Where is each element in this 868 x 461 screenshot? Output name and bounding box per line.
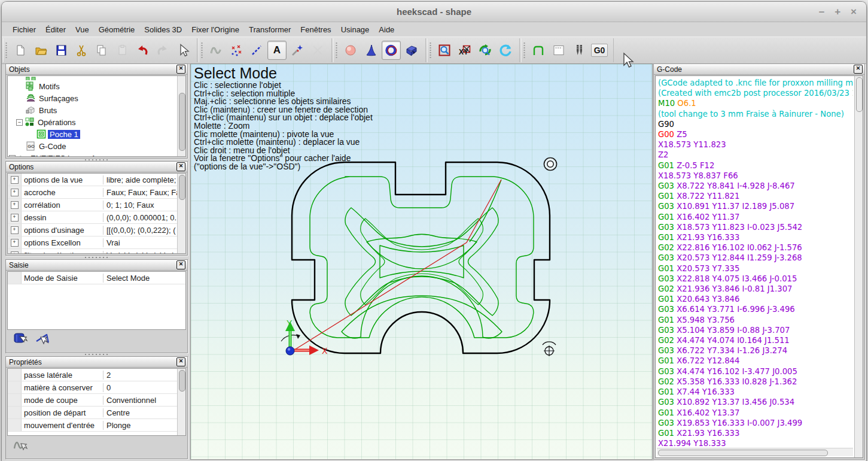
toolbar-grip[interactable] bbox=[5, 41, 8, 59]
sketch-points-icon[interactable] bbox=[227, 41, 246, 60]
expand-icon[interactable]: + bbox=[11, 251, 19, 254]
objects-close-icon[interactable]: ✕ bbox=[176, 65, 185, 74]
gcode-listing[interactable]: (GCode adapted to .knc file for proxxon … bbox=[658, 78, 853, 448]
title-bar[interactable]: heekscad - shape – + × bbox=[2, 2, 866, 22]
property-row-options-d-usinage[interactable]: +options d'usinage[[(0,0,0); (0,0,222); … bbox=[8, 224, 185, 236]
property-row-mode-de-saisie[interactable]: Mode de SaisieSelect Mode bbox=[8, 272, 185, 284]
options-close-icon[interactable]: ✕ bbox=[176, 162, 185, 171]
property-value[interactable]: libre; aide complète; bbox=[103, 175, 185, 184]
property-row-mode-de-coupe[interactable]: mode de coupeConventionnel bbox=[8, 394, 185, 407]
property-value[interactable]: Faux; Faux; Faux; Faux bbox=[103, 188, 185, 197]
tree-expander-icon[interactable]: + bbox=[9, 155, 16, 157]
cut-icon[interactable] bbox=[72, 41, 91, 60]
input-close-icon[interactable]: ✕ bbox=[176, 260, 185, 269]
expand-icon[interactable]: + bbox=[11, 189, 19, 196]
select-arrow-icon[interactable] bbox=[173, 41, 193, 60]
zoom-extents-icon[interactable] bbox=[476, 41, 495, 60]
menu-usinage[interactable]: Usinage bbox=[336, 23, 374, 36]
property-value[interactable]: [[(0,0,0); (0,0,222); ( bbox=[103, 226, 185, 235]
tree-item-motifs[interactable]: Motifs bbox=[8, 80, 185, 92]
tree-item-entities-layer-1[interactable]: +ENTITIES Layer_1 bbox=[8, 152, 185, 157]
cone-icon[interactable] bbox=[361, 41, 380, 60]
toolbar-grip[interactable] bbox=[523, 41, 526, 59]
magic-wand-icon[interactable] bbox=[288, 41, 307, 60]
tree-item-bruts[interactable]: Bruts bbox=[8, 104, 185, 116]
drilling-operation-icon[interactable] bbox=[569, 41, 589, 60]
property-value[interactable]: Select Mode bbox=[103, 274, 185, 283]
sketch-pick-icon[interactable] bbox=[12, 438, 30, 456]
menu-aide[interactable]: Aide bbox=[374, 23, 399, 36]
menu--diter[interactable]: Éditer bbox=[41, 23, 71, 36]
properties-scrollbar[interactable] bbox=[177, 369, 185, 435]
draw-line-icon[interactable] bbox=[247, 41, 266, 60]
sketch-spline-icon[interactable] bbox=[206, 41, 226, 60]
extrude-icon[interactable] bbox=[402, 41, 421, 60]
property-row-mouvement-d-entr-e[interactable]: mouvement d'entréePlonge bbox=[8, 419, 185, 432]
gcode-hscrollbar[interactable] bbox=[657, 448, 853, 456]
properties-close-icon[interactable]: ✕ bbox=[176, 357, 185, 366]
xy-plane-icon[interactable]: XY bbox=[455, 41, 474, 60]
property-row-passe-lat-rale[interactable]: passe latérale2 bbox=[8, 369, 185, 381]
property-value[interactable]: Vrai; Vrai; Vrai; Vrai; V bbox=[103, 251, 185, 254]
expand-icon[interactable]: + bbox=[11, 226, 19, 234]
copy-icon[interactable] bbox=[92, 41, 111, 60]
property-value[interactable]: Vrai bbox=[103, 238, 185, 247]
new-file-icon[interactable] bbox=[11, 41, 30, 60]
save-file-icon[interactable] bbox=[51, 41, 71, 60]
property-row-filtre-de-s-lection[interactable]: +filtre de sélectionVrai; Vrai; Vrai; Vr… bbox=[8, 249, 185, 254]
rapid-g0-icon[interactable]: G0 bbox=[590, 41, 609, 60]
zoom-window-icon[interactable] bbox=[435, 41, 454, 60]
pick-position-icon[interactable] bbox=[35, 332, 51, 350]
toolbar-grip[interactable] bbox=[335, 41, 338, 59]
menu-vue[interactable]: Vue bbox=[71, 23, 94, 36]
property-row-dessin[interactable]: +dessin(0,0,0); 0.000001; 0. bbox=[8, 211, 185, 224]
options-scrollbar[interactable] bbox=[177, 174, 185, 253]
property-value[interactable]: 2 bbox=[103, 371, 185, 380]
close-button[interactable]: × bbox=[851, 7, 857, 17]
torus-icon[interactable] bbox=[382, 41, 401, 60]
expand-icon[interactable]: + bbox=[11, 239, 19, 247]
menu-fen-tres[interactable]: Fenêtres bbox=[296, 23, 336, 36]
menu-fixer-l-origine[interactable]: Fixer l'Origine bbox=[187, 23, 244, 36]
property-value[interactable]: 0 bbox=[103, 383, 185, 392]
property-row-corr-lation[interactable]: +corrélation0; 1; 10; Faux bbox=[8, 199, 185, 211]
gcode-vscrollbar[interactable] bbox=[854, 76, 863, 457]
property-value[interactable]: 0; 1; 10; Faux bbox=[103, 201, 185, 210]
property-value[interactable]: Centre bbox=[103, 408, 185, 417]
menu-transformer[interactable]: Transformer bbox=[244, 23, 296, 36]
undo-icon[interactable] bbox=[133, 41, 152, 60]
property-row-accroche[interactable]: +accrocheFaux; Faux; Faux; Faux bbox=[8, 186, 185, 199]
pocket-operation-icon[interactable] bbox=[549, 41, 568, 60]
gcode-close-icon[interactable]: ✕ bbox=[854, 65, 863, 74]
property-row-options-excellon[interactable]: +options ExcellonVrai bbox=[8, 236, 185, 249]
rotate-view-icon[interactable] bbox=[496, 41, 515, 60]
property-value[interactable]: Conventionnel bbox=[103, 396, 185, 405]
expand-icon[interactable]: + bbox=[11, 214, 19, 222]
minimize-button[interactable]: – bbox=[819, 7, 824, 17]
property-row-options-de-la-vue[interactable]: +options de la vuelibre; aide complète; bbox=[8, 174, 185, 186]
expand-icon[interactable]: + bbox=[11, 201, 19, 209]
tree-item-poche-1[interactable]: Poche 1 bbox=[8, 128, 185, 140]
tree-item-surfa-ages[interactable]: Surfaçages bbox=[8, 92, 185, 104]
expand-icon[interactable]: + bbox=[11, 176, 19, 184]
tree-expander-icon[interactable]: − bbox=[16, 119, 23, 126]
property-row-mati-re-conserver[interactable]: matière à conserver0 bbox=[8, 381, 185, 394]
tree-item-g-code[interactable]: GOG-Code bbox=[8, 140, 185, 152]
objects-scrollbar[interactable] bbox=[177, 76, 185, 156]
cad-canvas[interactable]: X Y Select Mode Clic : selectionne l'obj… bbox=[190, 63, 653, 460]
profile-operation-icon[interactable] bbox=[529, 41, 548, 60]
toolbar-grip[interactable] bbox=[200, 41, 203, 59]
sphere-icon[interactable] bbox=[341, 41, 360, 60]
tree-item-op-rations[interactable]: −Opérations bbox=[8, 116, 185, 128]
maximize-button[interactable]: + bbox=[835, 7, 840, 17]
property-value[interactable]: Plonge bbox=[103, 421, 185, 430]
pick-help-icon[interactable] bbox=[12, 332, 29, 350]
menu-fichier[interactable]: Fichier bbox=[8, 23, 41, 36]
property-value[interactable]: (0,0,0); 0.000001; 0. bbox=[103, 213, 185, 222]
menu-g-om-trie[interactable]: Géométrie bbox=[94, 23, 140, 36]
menu-solides-3d[interactable]: Solides 3D bbox=[139, 23, 187, 36]
draw-text-icon[interactable]: A bbox=[267, 41, 287, 60]
toolbar-grip[interactable] bbox=[429, 41, 432, 59]
property-row-position-de-d-part[interactable]: position de départCentre bbox=[8, 407, 185, 419]
open-file-icon[interactable] bbox=[31, 41, 50, 60]
